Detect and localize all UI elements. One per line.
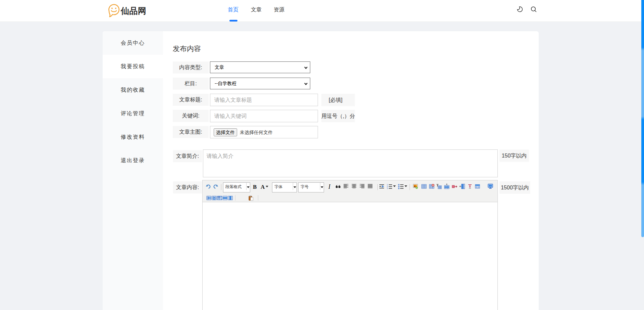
- svg-text:3: 3: [387, 188, 388, 189]
